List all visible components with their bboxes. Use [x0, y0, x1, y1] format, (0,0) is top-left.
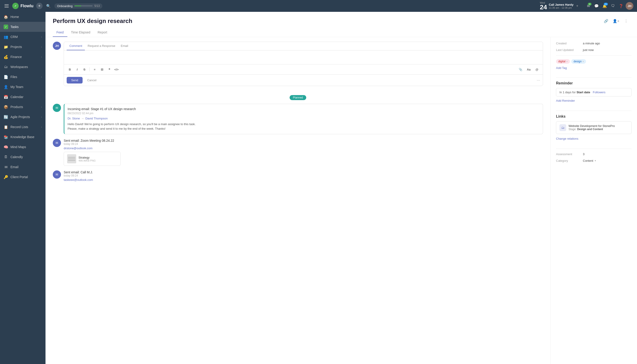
email-recipient-link[interactable]: drstone@outlook.com — [64, 146, 543, 150]
sidebar-item-label: Email — [10, 165, 18, 169]
user-avatar[interactable]: JH — [626, 2, 633, 10]
email-card-from: Dr. Stone → David Thompson — [68, 117, 540, 120]
sidebar-item-label: Calendly — [10, 155, 23, 159]
sidebar-item-projects[interactable]: 📁 Projects › — [0, 42, 46, 52]
last-updated-row: Last Updated just now — [556, 48, 632, 52]
sidebar-item-crm[interactable]: 👥 CRM › — [0, 32, 46, 42]
composer-avatar: JH — [53, 42, 61, 50]
font-button[interactable]: Aa — [526, 66, 532, 72]
sidebar-item-my-team[interactable]: 👤 My Team — [0, 82, 46, 92]
feed-item-content: Incoming email: Stage #1 of UX design re… — [64, 104, 543, 134]
agile-icon: 🔄 — [4, 115, 8, 119]
sidebar-item-label: Files — [10, 75, 17, 79]
tag-close-button[interactable]: × — [566, 60, 568, 63]
email-card-time: 08/23/2022 02:44 pm — [68, 112, 540, 115]
link-button[interactable]: 🔗 — [602, 17, 610, 24]
mention-button[interactable]: @ — [534, 66, 540, 72]
help-button[interactable]: ❓ — [618, 2, 625, 10]
unordered-list-button[interactable]: ≡ — [92, 66, 98, 72]
sidebar-item-knowledge-base[interactable]: 📚 Knowledge Base — [0, 132, 46, 142]
more-options-button[interactable]: ⋮ — [622, 17, 630, 24]
sidebar-item-products[interactable]: 📦 Products › — [0, 102, 46, 112]
email-time: today 09:24 — [64, 142, 543, 146]
assessment-label: Assessment — [556, 152, 581, 156]
mail-button[interactable]: ✉ 6 — [585, 2, 592, 10]
share-button[interactable]: 👤+ — [612, 17, 620, 24]
from-name-link[interactable]: Dr. Stone — [68, 117, 80, 120]
sidebar-item-record-lists[interactable]: 📋 Record Lists › — [0, 122, 46, 132]
strikethrough-button[interactable]: S — [81, 66, 88, 72]
search-button[interactable]: 🔍 — [45, 3, 52, 9]
tab-time-elapsed[interactable]: Time Elapsed — [67, 28, 94, 37]
workspaces-icon: 🗂 — [4, 64, 8, 69]
add-tag-link[interactable]: Add Tag — [556, 66, 567, 70]
send-button[interactable]: Send — [67, 77, 82, 84]
link-card-title: Website Development for StonePro — [568, 124, 615, 128]
sidebar-item-calendly[interactable]: 🗓 Calendly — [0, 152, 46, 162]
ordered-list-button[interactable]: ⊟ — [99, 66, 105, 72]
add-calendar-event-icon[interactable]: + — [576, 4, 578, 8]
comment-tab-request[interactable]: Request a Response — [85, 42, 118, 50]
more-options-button[interactable]: ··· — [537, 78, 540, 82]
reminder-box: In 1 days for Start date Followers — [556, 88, 632, 96]
sidebar-item-agile[interactable]: 🔄 Agile Projects › — [0, 112, 46, 122]
two-col-layout: JH Comment Request a Response Email B I … — [46, 37, 637, 364]
onboarding-widget[interactable]: Onboarding 5/13 — [54, 4, 102, 9]
tag-close-button[interactable]: × — [583, 60, 584, 63]
email-recipient-link-2[interactable]: taskeee@outlook.com — [64, 178, 543, 182]
bold-button[interactable]: B — [67, 66, 73, 72]
comment-tab-comment[interactable]: Comment — [67, 42, 85, 50]
sidebar-item-finance[interactable]: 💰 Finance › — [0, 52, 46, 62]
tab-report[interactable]: Report — [94, 28, 111, 37]
sidebar-item-email[interactable]: ✉ Email — [0, 162, 46, 172]
blockquote-button[interactable]: ❝ — [106, 66, 112, 72]
category-chevron-icon[interactable]: ▾ — [595, 159, 596, 162]
to-name-link[interactable]: David Thompson — [85, 117, 108, 120]
cancel-button[interactable]: Cancel — [84, 77, 99, 84]
tab-feed[interactable]: Feed — [53, 28, 67, 37]
planned-badge: Planned — [290, 95, 306, 100]
chevron-icon: › — [41, 36, 42, 38]
comment-input[interactable] — [64, 50, 543, 64]
stage-value: Design and Content — [577, 128, 603, 131]
add-reminder-link[interactable]: Add Reminder — [556, 99, 575, 102]
attachment-size: 498.96KB PNG — [78, 159, 96, 162]
main-layout: 🏠 Home ✓ Tasks 👥 CRM › 📁 Projects › 💰 Fi… — [0, 12, 637, 364]
comment-composer: JH Comment Request a Response Email B I … — [53, 42, 543, 92]
italic-button[interactable]: I — [74, 66, 80, 72]
sidebar-item-label: CRM — [10, 35, 18, 39]
planned-divider: Planned — [53, 95, 543, 100]
hamburger-menu[interactable] — [4, 4, 10, 8]
create-new-button[interactable]: + — [36, 3, 42, 9]
bell-button[interactable]: 🔔 21 — [601, 2, 608, 10]
link-card-icon: 🗂 — [560, 124, 566, 131]
sidebar-item-client-portal[interactable]: 🔑 Client Portal — [0, 172, 46, 182]
change-relations-link[interactable]: Change relations — [556, 137, 578, 140]
sidebar-item-label: Finance — [10, 55, 22, 59]
code-button[interactable]: </> — [113, 66, 120, 72]
sidebar-item-calendar[interactable]: 📅 Calendar — [0, 92, 46, 102]
sidebar-item-mind-maps[interactable]: 🧠 Mind Maps — [0, 142, 46, 152]
created-value: a minute ago — [583, 42, 600, 45]
comments-button[interactable]: 🗨 — [609, 2, 616, 10]
last-updated-value: just now — [583, 48, 594, 52]
assessment-value: 3 — [583, 152, 584, 156]
finance-icon: 💰 — [4, 54, 8, 59]
tag-label: design — [574, 60, 582, 63]
sidebar-item-home[interactable]: 🏠 Home — [0, 12, 46, 22]
sidebar: 🏠 Home ✓ Tasks 👥 CRM › 📁 Projects › 💰 Fi… — [0, 12, 46, 364]
comment-tabs: Comment Request a Response Email — [64, 42, 543, 50]
chat-button[interactable]: 💬 — [593, 2, 600, 10]
attach-button[interactable]: 📎 — [517, 66, 524, 72]
sidebar-item-files[interactable]: 📄 Files › — [0, 72, 46, 82]
sidebar-item-label: Home — [10, 15, 19, 19]
calendar-event[interactable]: Wed 24 Call James Hardy 11:36 am - 12:36… — [540, 1, 578, 10]
logo-text: Flowlu — [20, 4, 34, 8]
email-title: Sent email: Zoom Meeting 08.24.22 — [64, 139, 543, 142]
onboarding-progress-fill — [74, 6, 81, 6]
comment-tab-email[interactable]: Email — [118, 42, 131, 50]
feed-item: ✉ Sent email: Call M.J. today 09:24 task… — [53, 170, 543, 183]
sidebar-item-tasks[interactable]: ✓ Tasks — [0, 22, 46, 32]
mind-maps-icon: 🧠 — [4, 145, 8, 149]
sidebar-item-workspaces[interactable]: 🗂 Workspaces — [0, 62, 46, 72]
